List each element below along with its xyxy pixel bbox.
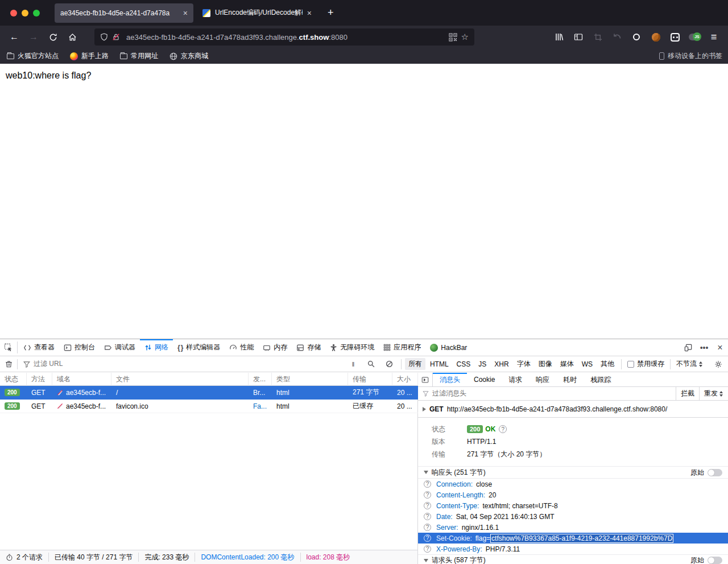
toggle-switch[interactable] [708,469,722,476]
help-icon[interactable]: ? [424,545,431,553]
tab-close-icon[interactable]: × [307,9,312,18]
network-settings-button[interactable] [709,360,728,368]
forward-button[interactable]: → [24,28,43,46]
tab-accessibility[interactable]: 无障碍环境 [325,339,379,356]
split-panel-button[interactable] [418,373,433,386]
header-row[interactable]: ? Connection close [418,479,728,489]
checkbox-icon[interactable] [627,361,634,368]
url-bar[interactable]: ae345ecb-fb1b-4d5e-a241-d7a478ad3f93.cha… [94,28,474,46]
table-row[interactable]: 200 GET ae345ecb-f... / Br... html 271 字… [0,386,417,400]
resend-dropdown[interactable]: 重发 [699,387,728,400]
filter-type-other[interactable]: 其他 [597,358,618,370]
bookmark-jd-mall[interactable]: 京东商城 [169,51,208,61]
url-filter-input[interactable]: 过滤 URL [18,359,342,369]
tab-hackbar[interactable]: HackBar [425,339,471,356]
tab-network[interactable]: 网络 [140,339,173,356]
tab-response[interactable]: 响应 [529,373,556,386]
load-time[interactable]: load: 208 毫秒 [301,553,356,562]
bookmark-getting-started[interactable]: 新手上路 [70,51,109,61]
help-icon[interactable]: ? [424,534,431,542]
undo-history-button[interactable] [607,28,627,46]
tab-timings[interactable]: 耗时 [556,373,584,386]
tab-stack-trace[interactable]: 栈跟踪 [584,373,618,386]
tab-inspector[interactable]: 查看器 [19,339,59,356]
header-row[interactable]: ? Content-Type text/html; charset=UTF-8 [418,500,728,511]
adblock-extension-icon[interactable] [627,28,646,46]
clear-requests-button[interactable] [0,360,17,368]
filter-type-css[interactable]: CSS [453,359,474,369]
raw-toggle[interactable]: 原始 [690,468,722,477]
url-text[interactable]: ae345ecb-fb1b-4d5e-a241-d7a478ad3f93.cha… [126,33,449,42]
block-request-button[interactable] [382,360,398,368]
menu-button[interactable]: ≡ [704,28,723,46]
close-window-button[interactable] [10,10,17,17]
domcontentloaded-time[interactable]: DOMContentLoaded: 200 毫秒 [195,553,300,562]
bookmark-star-icon[interactable]: ☆ [461,32,469,42]
col-status[interactable]: 状态 [0,373,27,386]
help-icon[interactable]: ? [424,524,431,531]
col-size[interactable]: 大小 [392,373,418,386]
header-row-set-cookie-selected[interactable]: ? Set-Cookie flag=ctfshow%7B93367a85-a1f… [418,533,728,544]
col-transferred[interactable]: 传输 [348,373,392,386]
filter-type-font[interactable]: 字体 [514,358,534,370]
tab-performance[interactable]: 性能 [225,339,258,356]
toggle-switch[interactable] [708,557,722,564]
new-tab-button[interactable]: + [328,7,334,19]
pause-traffic-button[interactable]: ‖ [345,361,361,368]
cookie-extension-icon[interactable] [646,28,665,46]
expand-arrow-icon[interactable] [423,407,426,411]
devtools-close-button[interactable]: × [712,339,728,356]
robot-extension-icon[interactable] [665,28,685,46]
filter-type-js[interactable]: JS [475,359,490,369]
col-domain[interactable]: 域名 [52,373,111,386]
collapse-arrow-icon[interactable] [424,471,428,474]
response-headers-section[interactable]: 响应头 (251 字节) 原始 [418,467,728,479]
col-initiator[interactable]: 发... [249,373,272,386]
request-summary-line[interactable]: GET http://ae345ecb-fb1b-4d5e-a241-d7a47… [418,401,728,418]
help-icon[interactable]: ? [424,502,431,509]
filter-type-media[interactable]: 媒体 [557,358,577,370]
throttle-dropdown[interactable]: 不节流 [671,359,709,369]
mobile-bookmarks[interactable]: 移动设备上的书签 [659,51,722,61]
back-button[interactable]: ← [5,28,24,46]
raw-toggle[interactable]: 原始 [690,555,722,564]
browser-tab-active[interactable]: ae345ecb-fb1b-4d5e-a241-d7a478a × [55,3,193,23]
bookmark-folder-common-sites[interactable]: 常用网址 [120,51,158,61]
tab-application[interactable]: 应用程序 [379,339,425,356]
devtools-options-button[interactable]: ••• [696,339,712,356]
header-row[interactable]: ? Server nginx/1.16.1 [418,522,728,533]
header-row[interactable]: ? Date Sat, 04 Sep 2021 16:40:13 GMT [418,511,728,522]
tab-console[interactable]: 控制台 [59,339,100,356]
col-type[interactable]: 类型 [272,373,348,386]
table-row[interactable]: 200 GET ae345ecb-f... favicon.ico Fa... … [0,400,417,413]
headers-filter-input[interactable]: 过滤消息头 [432,389,466,398]
filter-type-all[interactable]: 所有 [405,358,425,370]
qr-code-icon[interactable] [449,33,457,42]
col-file[interactable]: 文件 [111,373,249,386]
pick-element-button[interactable] [0,339,16,356]
help-icon[interactable]: ? [424,491,431,499]
js-toggle-extension-icon[interactable] [685,28,704,46]
col-method[interactable]: 方法 [27,373,52,386]
help-icon[interactable]: ? [424,513,431,520]
responsive-design-button[interactable] [680,339,696,356]
library-button[interactable] [549,28,569,46]
filter-type-xhr[interactable]: XHR [491,359,512,369]
screenshot-button[interactable] [588,28,607,46]
tab-memory[interactable]: 内存 [258,339,292,356]
disable-cache-checkbox[interactable]: 禁用缓存 [622,359,670,369]
tab-storage[interactable]: 存储 [292,339,325,356]
search-button[interactable] [363,360,379,368]
help-icon[interactable]: ? [499,425,507,433]
filter-type-image[interactable]: 图像 [535,358,556,370]
help-icon[interactable]: ? [424,480,431,488]
minimize-window-button[interactable] [22,10,28,17]
block-button[interactable]: 拦截 [676,387,699,400]
request-headers-section[interactable]: 请求头 (587 字节) 原始 [418,554,728,564]
sidebar-toggle-button[interactable] [569,28,588,46]
tab-cookies[interactable]: Cookie [467,373,502,386]
insecure-lock-icon[interactable] [112,33,120,41]
reload-button[interactable] [43,28,63,46]
header-row[interactable]: ? Content-Length 20 [418,489,728,500]
browser-tab-urlencode[interactable]: UrlEncode编码/UrlDecode解码 - × [197,3,317,23]
